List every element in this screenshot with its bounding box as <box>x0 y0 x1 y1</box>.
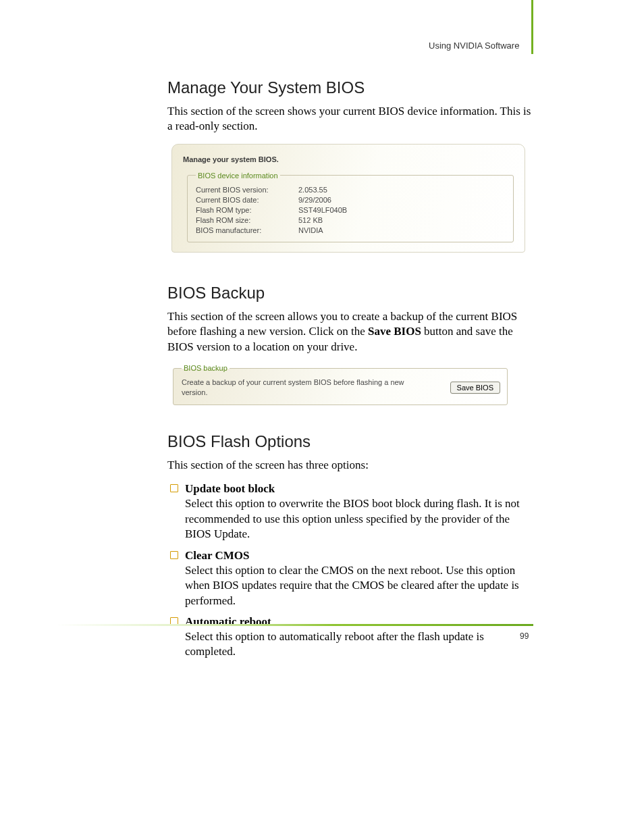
bios-info-value: 512 KB <box>298 216 323 224</box>
section-heading-manage: Manage Your System BIOS <box>167 78 533 97</box>
bios-info-label: Current BIOS version: <box>196 186 298 194</box>
flash-option-body: Select this option to automatically rebo… <box>185 629 533 660</box>
bios-info-value: 2.053.55 <box>298 186 327 194</box>
backup-intro-bold: Save BIOS <box>368 325 421 338</box>
bios-info-row: Flash ROM size: 512 KB <box>196 216 506 224</box>
section-heading-flash-options: BIOS Flash Options <box>167 432 533 451</box>
square-bullet-icon <box>170 484 178 492</box>
bios-backup-window: BIOS backup Create a backup of your curr… <box>171 364 509 405</box>
square-bullet-icon <box>170 551 178 559</box>
bios-info-label: Flash ROM size: <box>196 216 298 224</box>
bios-info-label: BIOS manufacturer: <box>196 226 298 234</box>
running-header: Using NVIDIA Software <box>429 41 519 51</box>
flash-option-item: Automatic reboot Select this option to a… <box>170 615 533 660</box>
flash-option-body: Select this option to overwrite the BIOS… <box>185 496 533 542</box>
bios-info-value: NVIDIA <box>298 226 323 234</box>
bios-info-row: Current BIOS version: 2.053.55 <box>196 186 506 194</box>
flash-option-title: Clear CMOS <box>185 549 533 563</box>
bios-info-label: Flash ROM type: <box>196 206 298 214</box>
bios-info-row: Current BIOS date: 9/29/2006 <box>196 196 506 204</box>
bios-info-row: Flash ROM type: SST49LF040B <box>196 206 506 214</box>
save-bios-button[interactable]: Save BIOS <box>450 382 500 394</box>
section-heading-backup: BIOS Backup <box>167 284 533 303</box>
bios-device-info-legend: BIOS device information <box>196 172 280 180</box>
flash-options-intro: This section of the screen has three opt… <box>167 458 533 473</box>
header-vertical-rule <box>531 0 533 54</box>
flash-options-list: Update boot block Select this option to … <box>170 482 533 660</box>
manage-bios-window-title: Manage your system BIOS. <box>183 155 514 163</box>
bios-info-row: BIOS manufacturer: NVIDIA <box>196 226 506 234</box>
page-number: 99 <box>520 631 529 641</box>
flash-option-body: Select this option to clear the CMOS on … <box>185 563 533 608</box>
bios-device-info-fieldset: BIOS device information Current BIOS ver… <box>187 172 514 242</box>
bios-info-value: SST49LF040B <box>298 206 347 214</box>
flash-option-title: Automatic reboot <box>185 615 533 629</box>
flash-option-item: Clear CMOS Select this option to clear t… <box>170 549 533 608</box>
footer-gradient-rule <box>57 624 533 626</box>
bios-backup-legend: BIOS backup <box>182 364 230 372</box>
flash-option-title: Update boot block <box>185 482 533 496</box>
bios-backup-fieldset: BIOS backup Create a backup of your curr… <box>173 364 508 405</box>
bios-info-label: Current BIOS date: <box>196 196 298 204</box>
bios-info-value: 9/29/2006 <box>298 196 331 204</box>
manage-bios-window: Manage your system BIOS. BIOS device inf… <box>171 144 525 253</box>
bios-backup-description: Create a backup of your current system B… <box>182 377 425 398</box>
backup-intro-text: This section of the screen allows you to… <box>167 309 533 355</box>
manage-intro-text: This section of the screen shows your cu… <box>167 104 533 134</box>
flash-option-item: Update boot block Select this option to … <box>170 482 533 542</box>
